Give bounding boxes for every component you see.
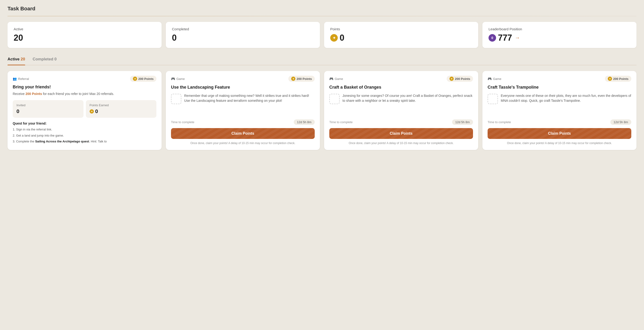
page-title: Task Board <box>8 6 636 12</box>
leaderboard-badge: 0 <box>488 34 496 42</box>
card-header-referral: 👥 Referral ✦ 200 Points <box>13 76 156 82</box>
claim-button-landscaping[interactable]: Claim Points <box>171 128 315 139</box>
card-placeholder-icon-landscaping <box>171 94 181 104</box>
card-points-badge-oranges: ✦ 200 Points <box>447 76 473 82</box>
referral-points-earned-box: Points Earned ✦ 0 <box>86 100 157 118</box>
points-earned-value: ✦ 0 <box>90 108 153 114</box>
stat-card-leaderboard: Leaderboard Position 0 777 → <box>482 22 636 48</box>
stat-card-points: Points ✦ 0 <box>324 22 478 48</box>
leaderboard-arrow-icon[interactable]: → <box>515 35 520 41</box>
task-card-oranges: 🎮 Game ✦ 200 Points Craft a Basket of Or… <box>324 71 478 150</box>
points-icon: ✦ <box>330 34 338 42</box>
card-title-oranges: Craft a Basket of Oranges <box>329 85 473 90</box>
card-points-badge-landscaping: ✦ 200 Points <box>288 76 315 82</box>
time-label-landscaping: Time to complete <box>171 120 194 124</box>
card-body-trampoline: Everyone needs one of these on their plo… <box>488 93 631 104</box>
points-icon-sm-trampoline: ✦ <box>608 77 612 81</box>
task-card-trampoline: 🎮 Game ✦ 200 Points Craft Tassle's Tramp… <box>482 71 636 150</box>
points-icon-sm-oranges: ✦ <box>450 77 454 81</box>
stat-value-completed: 0 <box>172 33 314 43</box>
referral-stats: Invited 0 Points Earned ✦ 0 <box>13 100 156 118</box>
card-placeholder-icon-oranges <box>329 94 340 104</box>
stats-row: Active 20 Completed 0 Points ✦ 0 Leaderb… <box>8 22 636 48</box>
quest-step-1: Sign in via the referral link. <box>13 127 156 132</box>
card-title-trampoline: Craft Tassle's Trampoline <box>488 85 631 90</box>
stat-label-points: Points <box>330 27 472 31</box>
card-title-landscaping: Use the Landscaping Feature <box>171 85 315 90</box>
card-header-trampoline: 🎮 Game ✦ 200 Points <box>488 76 631 82</box>
card-points-badge-trampoline: ✦ 200 Points <box>605 76 631 82</box>
points-earned-label: Points Earned <box>90 103 153 107</box>
claim-button-trampoline[interactable]: Claim Points <box>488 128 631 139</box>
card-header-landscaping: 🎮 Game ✦ 200 Points <box>171 76 315 82</box>
claim-note-oranges: Once done, claim your points! A delay of… <box>329 141 473 145</box>
card-body-oranges: Jonesing for some oranges? Of course you… <box>329 93 473 104</box>
quest-list: Sign in via the referral link. Get a lan… <box>13 127 156 144</box>
claim-note-landscaping: Once done, claim your points! A delay of… <box>171 141 315 145</box>
card-time-row-trampoline: Time to complete 12d 5h 8m <box>488 119 631 125</box>
game-icon-trampoline: 🎮 <box>488 77 492 81</box>
stat-value-active: 20 <box>14 33 156 43</box>
stat-value-points: ✦ 0 <box>330 33 472 43</box>
referral-title: Bring your friends! <box>13 85 156 89</box>
stat-value-leaderboard: 0 777 → <box>488 33 630 43</box>
top-divider <box>8 16 636 16</box>
task-card-landscaping: 🎮 Game ✦ 200 Points Use the Landscaping … <box>166 71 320 150</box>
stat-label-active: Active <box>14 27 156 31</box>
card-header-oranges: 🎮 Game ✦ 200 Points <box>329 76 473 82</box>
cards-grid: 👥 Referral ✦ 200 Points Bring your frien… <box>8 71 636 150</box>
claim-button-oranges[interactable]: Claim Points <box>329 128 473 139</box>
tab-active[interactable]: Active 20 <box>8 54 25 65</box>
card-type-landscaping: 🎮 Game <box>171 77 185 81</box>
quest-title: Quest for your friend: <box>13 121 156 125</box>
stat-card-completed: Completed 0 <box>166 22 320 48</box>
referral-type-icon: 👥 <box>13 77 17 81</box>
card-body-landscaping: Remember that urge of making something n… <box>171 93 315 104</box>
time-label-oranges: Time to complete <box>329 120 352 124</box>
time-badge-landscaping: 12d 5h 8m <box>294 119 315 125</box>
time-badge-trampoline: 12d 5h 8m <box>610 119 631 125</box>
card-time-row-landscaping: Time to complete 12d 5h 8m <box>171 119 315 125</box>
card-points-badge-referral: ✦ 200 Points <box>130 76 156 82</box>
points-icon-sm-referral: ✦ <box>133 77 137 81</box>
card-description-oranges: Jonesing for some oranges? Of course you… <box>342 93 473 103</box>
referral-subtitle: Receive 200 Points for each friend you r… <box>13 91 156 96</box>
tab-completed[interactable]: Completed 0 <box>33 54 57 65</box>
game-icon-landscaping: 🎮 <box>171 77 175 81</box>
card-type-oranges: 🎮 Game <box>329 77 343 81</box>
invited-label: Invited <box>16 103 80 107</box>
points-earned-icon: ✦ <box>90 109 94 113</box>
stat-card-active: Active 20 <box>8 22 162 48</box>
quest-step-2: Get a land and jump into the game. <box>13 133 156 138</box>
task-card-referral: 👥 Referral ✦ 200 Points Bring your frien… <box>8 71 162 150</box>
card-type-trampoline: 🎮 Game <box>488 77 501 81</box>
card-placeholder-icon-trampoline <box>488 94 498 104</box>
card-time-row-oranges: Time to complete 12d 5h 8m <box>329 119 473 125</box>
card-description-trampoline: Everyone needs one of these on their plo… <box>501 93 631 103</box>
stat-label-completed: Completed <box>172 27 314 31</box>
time-badge-oranges: 12d 5h 8m <box>452 119 473 125</box>
quest-step-3: Complete the Sailing Across the Archipel… <box>13 139 156 144</box>
invited-value: 0 <box>16 108 80 114</box>
claim-note-trampoline: Once done, claim your points! A delay of… <box>488 141 631 145</box>
game-icon-oranges: 🎮 <box>329 77 333 81</box>
referral-invited-box: Invited 0 <box>13 100 84 118</box>
card-type-referral: 👥 Referral <box>13 77 29 81</box>
tabs-row: Active 20 Completed 0 <box>8 54 636 65</box>
stat-label-leaderboard: Leaderboard Position <box>488 27 630 31</box>
quest-section: Quest for your friend: Sign in via the r… <box>13 121 156 145</box>
card-description-landscaping: Remember that urge of making something n… <box>184 93 315 103</box>
time-label-trampoline: Time to complete <box>488 120 511 124</box>
points-icon-sm-landscaping: ✦ <box>291 77 296 81</box>
